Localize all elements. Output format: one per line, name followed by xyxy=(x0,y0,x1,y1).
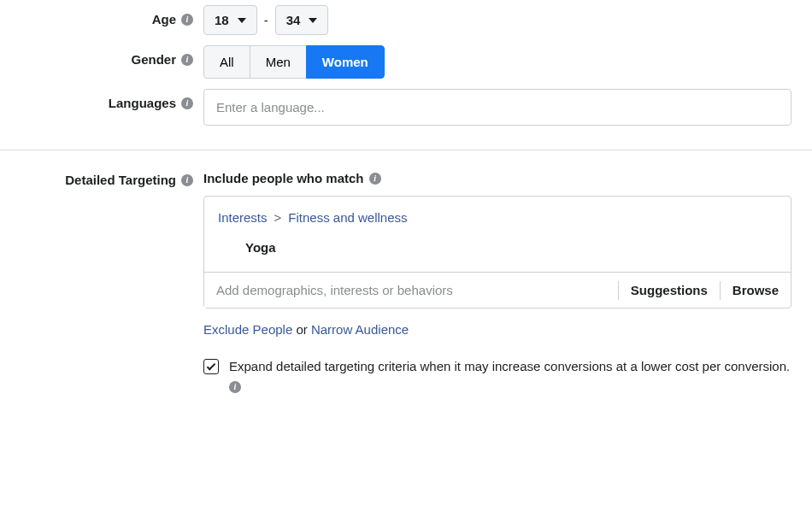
gender-field: All Men Women xyxy=(203,45,812,79)
age-min-value: 18 xyxy=(215,13,229,27)
narrow-audience-link[interactable]: Narrow Audience xyxy=(311,322,409,337)
age-label-col: Age i xyxy=(0,5,203,26)
detailed-targeting-field: Include people who match i Interests > F… xyxy=(203,171,812,395)
expand-targeting-row: Expand detailed targeting criteria when … xyxy=(203,357,791,395)
exclude-people-link[interactable]: Exclude People xyxy=(203,322,292,337)
gender-option-men[interactable]: Men xyxy=(250,45,307,79)
breadcrumb-leaf[interactable]: Fitness and wellness xyxy=(288,210,407,225)
breadcrumb-separator: > xyxy=(274,210,282,225)
section-divider xyxy=(0,150,812,150)
gender-label-col: Gender i xyxy=(0,45,203,67)
info-icon[interactable]: i xyxy=(181,54,193,66)
age-min-dropdown[interactable]: 18 xyxy=(203,5,257,35)
age-label: Age xyxy=(152,12,176,26)
gender-option-women[interactable]: Women xyxy=(306,45,385,79)
targeting-search-input[interactable] xyxy=(204,273,618,308)
info-icon[interactable]: i xyxy=(369,173,381,185)
languages-field xyxy=(203,89,812,126)
age-range-group: 18 - 34 xyxy=(203,5,791,35)
chevron-down-icon xyxy=(309,18,317,23)
age-max-value: 34 xyxy=(286,13,301,27)
or-text: or xyxy=(292,322,311,337)
selected-interest[interactable]: Yoga xyxy=(218,225,777,255)
chevron-down-icon xyxy=(238,18,246,23)
include-label: Include people who match xyxy=(203,171,364,185)
detailed-targeting-label: Detailed Targeting xyxy=(65,173,176,187)
languages-input[interactable] xyxy=(203,89,791,126)
detailed-targeting-row: Detailed Targeting i Include people who … xyxy=(0,166,812,400)
info-icon[interactable]: i xyxy=(181,174,193,186)
targeting-input-row: Suggestions Browse xyxy=(204,272,791,308)
languages-label: Languages xyxy=(109,96,176,110)
gender-option-all[interactable]: All xyxy=(203,45,250,79)
gender-segmented-control: All Men Women xyxy=(203,45,385,79)
info-icon[interactable]: i xyxy=(181,14,193,26)
expand-targeting-label: Expand detailed targeting criteria when … xyxy=(229,357,791,395)
expand-targeting-checkbox[interactable] xyxy=(203,359,219,374)
age-max-dropdown[interactable]: 34 xyxy=(275,5,329,35)
browse-button[interactable]: Browse xyxy=(720,281,791,300)
targeting-extra-links: Exclude People or Narrow Audience xyxy=(203,322,791,337)
age-range-separator: - xyxy=(264,13,268,27)
languages-row: Languages i xyxy=(0,84,812,131)
detailed-targeting-label-col: Detailed Targeting i xyxy=(0,171,203,187)
checkmark-icon xyxy=(207,361,216,370)
expand-targeting-text: Expand detailed targeting criteria when … xyxy=(229,359,790,373)
info-icon[interactable]: i xyxy=(229,381,241,393)
interest-breadcrumb: Interests > Fitness and wellness xyxy=(218,210,777,225)
gender-label: Gender xyxy=(131,52,176,67)
gender-row: Gender i All Men Women xyxy=(0,40,812,84)
info-icon[interactable]: i xyxy=(181,97,193,109)
languages-label-col: Languages i xyxy=(0,89,203,110)
include-header: Include people who match i xyxy=(203,171,381,185)
breadcrumb-root[interactable]: Interests xyxy=(218,210,268,225)
age-field: 18 - 34 xyxy=(203,5,812,35)
targeting-box: Interests > Fitness and wellness Yoga Su… xyxy=(203,196,791,308)
suggestions-button[interactable]: Suggestions xyxy=(618,281,720,300)
targeting-selections: Interests > Fitness and wellness Yoga xyxy=(204,197,791,272)
age-row: Age i 18 - 34 xyxy=(0,0,812,40)
